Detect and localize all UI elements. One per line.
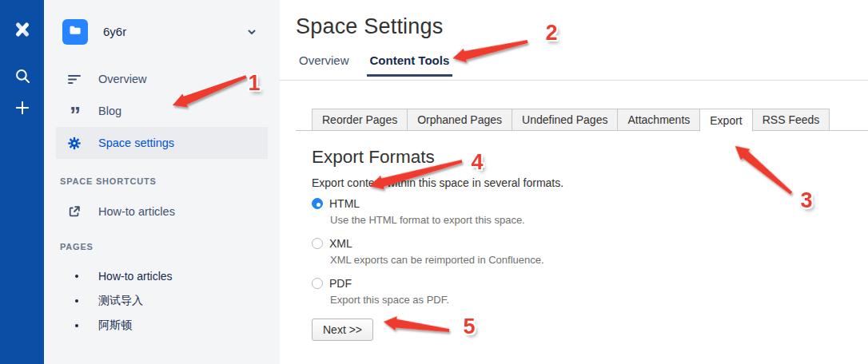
export-option-html: HTML Use the HTML format to export this … [312,197,844,226]
page-item[interactable]: How-to articles [44,263,280,288]
subtab-export[interactable]: Export [699,109,752,132]
sidebar-item-label: How-to articles [98,205,175,218]
external-link-icon [67,204,82,219]
app-navigation-bar [0,0,44,364]
subtab-rss-feeds[interactable]: RSS Feeds [752,109,830,131]
radio-html[interactable] [312,198,323,209]
section-title-space-shortcuts: SPACE SHORTCUTS [60,176,157,186]
subtab-undefined-pages[interactable]: Undefined Pages [512,109,618,131]
radio-label[interactable]: XML [329,237,352,250]
content-tools-tabstrip: Reorder Pages Orphaned Pages Undefined P… [296,109,868,131]
radio-label[interactable]: HTML [329,197,360,210]
space-name: 6y6r [103,25,126,38]
option-description: Use the HTML format to export this space… [330,214,844,226]
next-button[interactable]: Next >> [312,318,373,341]
space-settings-tabs: Overview Content Tools [296,53,452,77]
sidebar-item-overview[interactable]: Overview [56,63,268,95]
export-formats-heading: Export Formats [312,147,844,168]
bullet-icon [75,299,78,303]
page-list: How-to articles 测试导入 阿斯顿 [44,263,280,338]
space-avatar [62,19,88,45]
bullet-icon [75,324,78,327]
chevron-down-icon[interactable] [246,26,257,41]
folder-icon [67,22,83,42]
page-item[interactable]: 测试导入 [44,288,280,313]
quote-icon: ” [67,104,82,118]
radio-pdf[interactable] [312,278,323,289]
tab-overview[interactable]: Overview [296,53,352,77]
space-sidebar: 6y6r Overview ” [44,0,280,364]
export-option-xml: XML XML exports can be reimported in Con… [312,237,844,266]
section-title-pages: PAGES [60,242,94,251]
option-description: XML exports can be reimported in Conflue… [330,254,844,266]
export-option-pdf: PDF Export this space as PDF. [312,277,844,306]
confluence-app-window: 6y6r Overview ” [0,0,868,364]
space-switcher[interactable]: 6y6r [44,18,280,48]
export-formats-panel: Export Formats Export content within thi… [312,147,844,341]
overview-icon [67,72,82,86]
gear-icon [67,136,82,150]
search-icon[interactable] [12,65,33,86]
tab-content-tools[interactable]: Content Tools [367,53,453,77]
subtab-orphaned-pages[interactable]: Orphaned Pages [407,109,512,131]
bullet-icon [75,275,78,278]
sidebar-item-space-settings[interactable]: Space settings [56,127,268,159]
export-intro-text: Export content within this space in seve… [312,176,844,189]
page-title: Space Settings [296,14,443,39]
sidebar-item-label: Overview [98,73,146,85]
radio-label[interactable]: PDF [329,277,352,290]
main-content: Space Settings Overview Content Tools Re… [280,0,868,364]
space-nav: Overview ” Blog [44,63,280,159]
sidebar-item-howto-shortcut[interactable]: How-to articles [56,196,267,228]
subtab-attachments[interactable]: Attachments [617,109,700,131]
confluence-logo-icon[interactable] [12,19,33,40]
sidebar-item-label: Blog [98,105,121,117]
sidebar-item-blog[interactable]: ” Blog [56,95,268,127]
radio-xml[interactable] [312,238,323,249]
header-divider [280,80,868,81]
subtab-reorder-pages[interactable]: Reorder Pages [312,109,408,131]
sidebar-item-label: Space settings [98,136,174,149]
page-item[interactable]: 阿斯顿 [44,313,280,338]
create-icon[interactable] [12,97,33,118]
option-description: Export this space as PDF. [330,294,844,306]
